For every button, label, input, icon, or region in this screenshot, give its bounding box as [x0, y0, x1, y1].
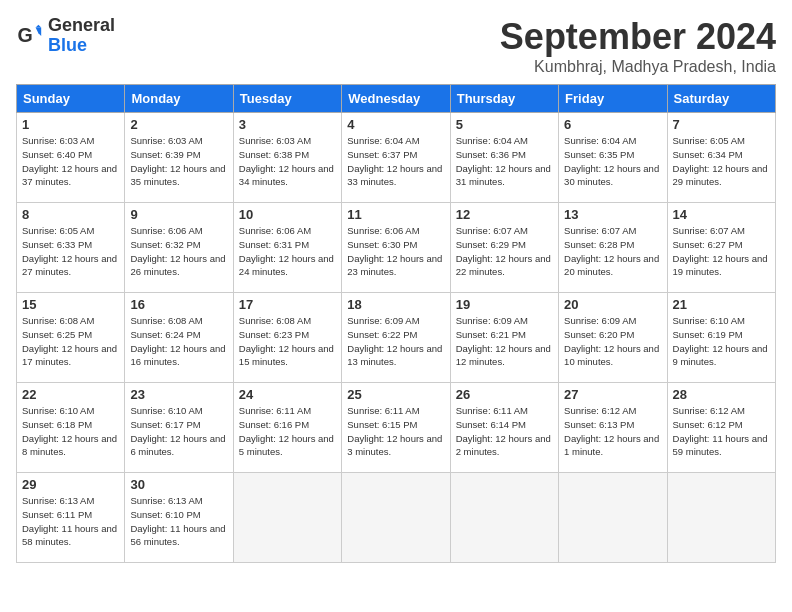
logo-blue: Blue: [48, 35, 87, 55]
table-row: 19Sunrise: 6:09 AMSunset: 6:21 PMDayligh…: [450, 293, 558, 383]
table-row: 29Sunrise: 6:13 AMSunset: 6:11 PMDayligh…: [17, 473, 125, 563]
calendar-week-row: 29Sunrise: 6:13 AMSunset: 6:11 PMDayligh…: [17, 473, 776, 563]
day-info: Sunrise: 6:06 AMSunset: 6:31 PMDaylight:…: [239, 224, 336, 279]
day-info: Sunrise: 6:10 AMSunset: 6:19 PMDaylight:…: [673, 314, 770, 369]
table-row: 27Sunrise: 6:12 AMSunset: 6:13 PMDayligh…: [559, 383, 667, 473]
day-number: 19: [456, 297, 553, 312]
day-number: 18: [347, 297, 444, 312]
table-row: 2Sunrise: 6:03 AMSunset: 6:39 PMDaylight…: [125, 113, 233, 203]
table-row: 1Sunrise: 6:03 AMSunset: 6:40 PMDaylight…: [17, 113, 125, 203]
logo: G General Blue: [16, 16, 115, 56]
day-info: Sunrise: 6:07 AMSunset: 6:29 PMDaylight:…: [456, 224, 553, 279]
day-info: Sunrise: 6:04 AMSunset: 6:35 PMDaylight:…: [564, 134, 661, 189]
calendar-week-row: 22Sunrise: 6:10 AMSunset: 6:18 PMDayligh…: [17, 383, 776, 473]
table-row: 12Sunrise: 6:07 AMSunset: 6:29 PMDayligh…: [450, 203, 558, 293]
table-row: 14Sunrise: 6:07 AMSunset: 6:27 PMDayligh…: [667, 203, 775, 293]
table-row: 13Sunrise: 6:07 AMSunset: 6:28 PMDayligh…: [559, 203, 667, 293]
day-number: 8: [22, 207, 119, 222]
calendar-week-row: 1Sunrise: 6:03 AMSunset: 6:40 PMDaylight…: [17, 113, 776, 203]
table-row: 8Sunrise: 6:05 AMSunset: 6:33 PMDaylight…: [17, 203, 125, 293]
table-row: 28Sunrise: 6:12 AMSunset: 6:12 PMDayligh…: [667, 383, 775, 473]
table-row: 20Sunrise: 6:09 AMSunset: 6:20 PMDayligh…: [559, 293, 667, 383]
table-row: 10Sunrise: 6:06 AMSunset: 6:31 PMDayligh…: [233, 203, 341, 293]
empty-cell: [450, 473, 558, 563]
title-area: September 2024 Kumbhraj, Madhya Pradesh,…: [500, 16, 776, 76]
day-number: 3: [239, 117, 336, 132]
header-friday: Friday: [559, 85, 667, 113]
day-number: 24: [239, 387, 336, 402]
table-row: 16Sunrise: 6:08 AMSunset: 6:24 PMDayligh…: [125, 293, 233, 383]
day-info: Sunrise: 6:04 AMSunset: 6:37 PMDaylight:…: [347, 134, 444, 189]
svg-text:G: G: [17, 23, 32, 45]
day-number: 1: [22, 117, 119, 132]
table-row: 18Sunrise: 6:09 AMSunset: 6:22 PMDayligh…: [342, 293, 450, 383]
empty-cell: [342, 473, 450, 563]
day-info: Sunrise: 6:09 AMSunset: 6:22 PMDaylight:…: [347, 314, 444, 369]
day-info: Sunrise: 6:03 AMSunset: 6:39 PMDaylight:…: [130, 134, 227, 189]
day-info: Sunrise: 6:06 AMSunset: 6:30 PMDaylight:…: [347, 224, 444, 279]
header-monday: Monday: [125, 85, 233, 113]
table-row: 11Sunrise: 6:06 AMSunset: 6:30 PMDayligh…: [342, 203, 450, 293]
day-info: Sunrise: 6:11 AMSunset: 6:16 PMDaylight:…: [239, 404, 336, 459]
day-info: Sunrise: 6:10 AMSunset: 6:18 PMDaylight:…: [22, 404, 119, 459]
header-wednesday: Wednesday: [342, 85, 450, 113]
day-number: 23: [130, 387, 227, 402]
table-row: 4Sunrise: 6:04 AMSunset: 6:37 PMDaylight…: [342, 113, 450, 203]
day-number: 29: [22, 477, 119, 492]
day-info: Sunrise: 6:13 AMSunset: 6:11 PMDaylight:…: [22, 494, 119, 549]
day-number: 12: [456, 207, 553, 222]
day-info: Sunrise: 6:07 AMSunset: 6:27 PMDaylight:…: [673, 224, 770, 279]
day-info: Sunrise: 6:07 AMSunset: 6:28 PMDaylight:…: [564, 224, 661, 279]
day-info: Sunrise: 6:05 AMSunset: 6:33 PMDaylight:…: [22, 224, 119, 279]
day-number: 25: [347, 387, 444, 402]
day-number: 15: [22, 297, 119, 312]
day-info: Sunrise: 6:04 AMSunset: 6:36 PMDaylight:…: [456, 134, 553, 189]
logo-general: General: [48, 15, 115, 35]
day-info: Sunrise: 6:12 AMSunset: 6:13 PMDaylight:…: [564, 404, 661, 459]
table-row: 21Sunrise: 6:10 AMSunset: 6:19 PMDayligh…: [667, 293, 775, 383]
day-info: Sunrise: 6:03 AMSunset: 6:38 PMDaylight:…: [239, 134, 336, 189]
day-info: Sunrise: 6:08 AMSunset: 6:25 PMDaylight:…: [22, 314, 119, 369]
table-row: 25Sunrise: 6:11 AMSunset: 6:15 PMDayligh…: [342, 383, 450, 473]
month-title: September 2024: [500, 16, 776, 58]
day-number: 14: [673, 207, 770, 222]
day-number: 20: [564, 297, 661, 312]
day-number: 27: [564, 387, 661, 402]
logo-icon: G: [16, 22, 44, 50]
day-number: 2: [130, 117, 227, 132]
day-info: Sunrise: 6:09 AMSunset: 6:21 PMDaylight:…: [456, 314, 553, 369]
table-row: 24Sunrise: 6:11 AMSunset: 6:16 PMDayligh…: [233, 383, 341, 473]
table-row: 22Sunrise: 6:10 AMSunset: 6:18 PMDayligh…: [17, 383, 125, 473]
day-number: 26: [456, 387, 553, 402]
empty-cell: [233, 473, 341, 563]
location-subtitle: Kumbhraj, Madhya Pradesh, India: [500, 58, 776, 76]
table-row: 23Sunrise: 6:10 AMSunset: 6:17 PMDayligh…: [125, 383, 233, 473]
calendar-table: Sunday Monday Tuesday Wednesday Thursday…: [16, 84, 776, 563]
day-number: 5: [456, 117, 553, 132]
day-info: Sunrise: 6:11 AMSunset: 6:14 PMDaylight:…: [456, 404, 553, 459]
table-row: 7Sunrise: 6:05 AMSunset: 6:34 PMDaylight…: [667, 113, 775, 203]
empty-cell: [559, 473, 667, 563]
table-row: 3Sunrise: 6:03 AMSunset: 6:38 PMDaylight…: [233, 113, 341, 203]
day-info: Sunrise: 6:08 AMSunset: 6:24 PMDaylight:…: [130, 314, 227, 369]
day-number: 17: [239, 297, 336, 312]
day-number: 11: [347, 207, 444, 222]
header-sunday: Sunday: [17, 85, 125, 113]
calendar-week-row: 8Sunrise: 6:05 AMSunset: 6:33 PMDaylight…: [17, 203, 776, 293]
header-tuesday: Tuesday: [233, 85, 341, 113]
day-number: 10: [239, 207, 336, 222]
table-row: 26Sunrise: 6:11 AMSunset: 6:14 PMDayligh…: [450, 383, 558, 473]
day-number: 30: [130, 477, 227, 492]
day-number: 21: [673, 297, 770, 312]
day-info: Sunrise: 6:03 AMSunset: 6:40 PMDaylight:…: [22, 134, 119, 189]
empty-cell: [667, 473, 775, 563]
day-info: Sunrise: 6:10 AMSunset: 6:17 PMDaylight:…: [130, 404, 227, 459]
calendar-week-row: 15Sunrise: 6:08 AMSunset: 6:25 PMDayligh…: [17, 293, 776, 383]
day-info: Sunrise: 6:13 AMSunset: 6:10 PMDaylight:…: [130, 494, 227, 549]
table-row: 5Sunrise: 6:04 AMSunset: 6:36 PMDaylight…: [450, 113, 558, 203]
day-info: Sunrise: 6:06 AMSunset: 6:32 PMDaylight:…: [130, 224, 227, 279]
day-number: 7: [673, 117, 770, 132]
day-info: Sunrise: 6:09 AMSunset: 6:20 PMDaylight:…: [564, 314, 661, 369]
table-row: 6Sunrise: 6:04 AMSunset: 6:35 PMDaylight…: [559, 113, 667, 203]
header-saturday: Saturday: [667, 85, 775, 113]
